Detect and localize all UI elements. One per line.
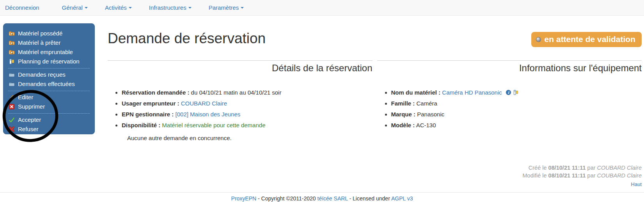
sidebar-item-planning-de-reservation[interactable]: Planning de réservation xyxy=(4,57,94,66)
meta-modified-line: Modifié le 08/10/21 11:11 par COUBARD Cl… xyxy=(108,172,642,179)
status-badge: en attente de validation xyxy=(531,32,642,47)
nav-item-activites[interactable]: Activités xyxy=(99,0,138,15)
top-navbar: Déconnexion Général Activités Infrastruc… xyxy=(0,0,644,16)
footer-text: - Licensed under xyxy=(348,195,391,202)
nav-item-label: Infrastructures xyxy=(149,4,186,11)
section-title-reservation: Détails de la réservation xyxy=(108,60,373,74)
field-label: EPN gestionnaire : xyxy=(122,111,174,118)
sidebar-item-materiel-empruntable[interactable]: Matériel empruntable xyxy=(4,47,94,57)
meta-datetime: 08/10/21 11:11 xyxy=(548,172,586,179)
sidebar-item-label: Supprimer xyxy=(18,103,45,110)
meta-text: par xyxy=(587,165,596,171)
field-value: Caméra xyxy=(417,100,437,107)
field-label: Usager emprunteur : xyxy=(122,100,179,107)
field-label: Marque : xyxy=(391,111,416,118)
meta-text: Modifié le xyxy=(522,172,546,179)
sidebar-item-supprimer[interactable]: Supprimer xyxy=(4,102,94,111)
footer-link-teicee[interactable]: téïcée SARL xyxy=(318,195,348,202)
nav-item-label: Activités xyxy=(105,4,127,11)
folder-search-icon xyxy=(9,49,15,55)
sidebar-item-refuser[interactable]: Refuser xyxy=(4,125,94,134)
nav-item-label: Général xyxy=(62,4,83,11)
page-title: Demande de réservation xyxy=(108,30,266,47)
status-bullet-icon xyxy=(536,37,541,42)
folder-search-icon xyxy=(9,40,15,46)
nav-item-label: Déconnexion xyxy=(5,4,39,11)
availability-status-text: Matériel réservable pour cette demande xyxy=(162,122,265,128)
main-content: Demande de réservation en attente de val… xyxy=(108,27,642,187)
equipment-brand-row: Marque : Panasonic xyxy=(391,111,642,118)
meta-created-line: Créé le 08/10/21 11:11 par COUBARD Clair… xyxy=(108,164,642,172)
chevron-down-icon xyxy=(129,7,132,9)
equipment-family-row: Famille : Caméra xyxy=(391,100,642,107)
reservation-borrower-row: Usager emprunteur : COUBARD Claire xyxy=(122,100,373,107)
section-reservation-details: Détails de la réservation Réservation de… xyxy=(108,60,373,141)
footer-text: - Copyright ©2011-2020 xyxy=(256,195,317,202)
field-label: Modèle : xyxy=(391,122,415,128)
planning-icon[interactable] xyxy=(513,90,519,95)
nav-item-parametres[interactable]: Paramètres xyxy=(203,0,250,15)
sidebar-item-label: Éditer xyxy=(18,94,33,101)
sidebar: Matériel possédé Matériel à prêter Matér… xyxy=(3,23,95,134)
meta-text: Créé le xyxy=(529,165,547,171)
borrower-link[interactable]: COUBARD Claire xyxy=(181,100,227,107)
field-value: Panasonic xyxy=(417,111,444,118)
sidebar-item-demandes-recues[interactable]: Demandes reçues xyxy=(4,70,94,79)
sidebar-divider xyxy=(8,113,90,114)
sidebar-item-label: Matériel empruntable xyxy=(18,49,73,56)
pencil-icon xyxy=(9,94,15,100)
sidebar-divider xyxy=(8,68,90,69)
field-label: Disponibilité : xyxy=(122,122,160,128)
meta-text: par xyxy=(587,172,596,179)
sidebar-item-label: Planning de réservation xyxy=(18,58,80,65)
sidebar-item-editer[interactable]: Éditer xyxy=(4,93,94,102)
sidebar-item-label: Demandes effectuées xyxy=(18,81,75,88)
nav-item-label: Paramètres xyxy=(209,4,239,11)
reservation-availability-row: Disponibilité : Matériel réservable pour… xyxy=(122,122,373,128)
field-label: Réservation demandée : xyxy=(122,89,189,96)
chevron-down-icon xyxy=(188,7,192,9)
refuse-cross-icon xyxy=(9,126,15,132)
footer-link-agpl[interactable]: AGPL v3 xyxy=(391,195,413,202)
sidebar-item-label: Accepter xyxy=(18,116,41,123)
folder-search-icon xyxy=(9,30,15,37)
meta-datetime: 08/10/21 11:11 xyxy=(548,165,586,171)
sidebar-item-materiel-possede[interactable]: Matériel possédé xyxy=(4,29,94,38)
nav-item-deconnexion[interactable]: Déconnexion xyxy=(0,0,45,15)
field-value: AC-130 xyxy=(416,122,436,128)
meta-author: COUBARD Claire xyxy=(597,172,642,179)
concurrence-note: Aucune autre demande en concurrence. xyxy=(127,135,373,141)
delete-icon xyxy=(9,104,15,110)
equipment-link[interactable]: Caméra HD Panasonic xyxy=(442,89,502,96)
reservation-epn-row: EPN gestionnaire : [002] Maison des Jeun… xyxy=(122,111,373,118)
sidebar-item-demandes-effectuees[interactable]: Demandes effectuées xyxy=(4,79,94,89)
sidebar-item-materiel-a-preter[interactable]: Matériel à prêter xyxy=(4,38,94,47)
status-badge-label: en attente de validation xyxy=(545,35,635,44)
accept-check-icon xyxy=(9,117,15,123)
sidebar-item-label: Matériel possédé xyxy=(18,30,62,37)
sidebar-item-label: Matériel à prêter xyxy=(18,39,60,46)
info-icon[interactable] xyxy=(506,90,511,95)
section-title-equipment: Informations sur l'équipement xyxy=(377,60,642,74)
sidebar-item-label: Demandes reçues xyxy=(18,71,66,78)
field-value: du 04/10/21 matin au 04/10/21 soir xyxy=(191,89,282,96)
top-link[interactable]: Haut xyxy=(631,181,642,187)
sidebar-divider xyxy=(8,91,90,91)
planning-icon xyxy=(9,58,15,65)
field-label: Famille : xyxy=(391,100,415,107)
meta-author: COUBARD Claire xyxy=(597,165,642,171)
chevron-down-icon xyxy=(241,7,244,9)
equipment-model-row: Modèle : AC-130 xyxy=(391,122,642,128)
epn-link[interactable]: [002] Maison des Jeunes xyxy=(176,111,241,118)
chevron-down-icon xyxy=(85,7,88,9)
nav-item-general[interactable]: Général xyxy=(56,0,94,15)
sidebar-item-accepter[interactable]: Accepter xyxy=(4,115,94,125)
equipment-name-row: Nom du matériel : Caméra HD Panasonic xyxy=(391,89,642,96)
footer-link-proxyepn[interactable]: ProxyEPN xyxy=(231,195,257,202)
record-meta: Créé le 08/10/21 11:11 par COUBARD Clair… xyxy=(108,164,642,179)
footer: ProxyEPN - Copyright ©2011-2020 téïcée S… xyxy=(0,193,644,202)
nav-item-infrastructures[interactable]: Infrastructures xyxy=(143,0,197,15)
field-label: Nom du matériel : xyxy=(391,89,441,96)
reservation-dates-row: Réservation demandée : du 04/10/21 matin… xyxy=(122,89,373,96)
section-equipment-info: Informations sur l'équipement Nom du mat… xyxy=(377,60,642,141)
